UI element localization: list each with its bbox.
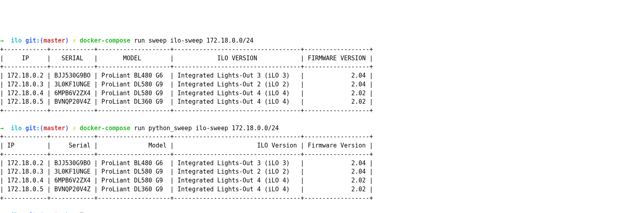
prompt-line-1: → ilo git:(master) ✗ docker-compose run … bbox=[0, 37, 253, 44]
cwd: ilo bbox=[11, 37, 22, 44]
table-border: +------------+------------+-------------… bbox=[0, 195, 373, 202]
git-branch: master bbox=[43, 125, 65, 132]
dirty-icon: ✗ bbox=[73, 125, 76, 132]
terminal-output[interactable]: → ilo git:(master) ✗ docker-compose run … bbox=[0, 37, 644, 213]
cwd: ilo bbox=[11, 125, 22, 132]
table-row: | 172.18.0.3 | 3L0KF1UNGE | ProLiant DL5… bbox=[0, 168, 373, 175]
table-border: +------------+------------+-------------… bbox=[0, 63, 373, 70]
table-header: | IP | SERIAL | MODEL | ILO VERSION | FI… bbox=[0, 55, 373, 62]
git-label: git:( bbox=[25, 37, 43, 44]
table-border: +------------+------------+-------------… bbox=[0, 133, 373, 140]
prompt-line-2: → ilo git:(master) ✗ docker-compose run … bbox=[0, 125, 279, 132]
table-row: | 172.18.0.4 | 6MPB6V2ZX4 | ProLiant DL5… bbox=[0, 90, 373, 97]
command: docker-compose bbox=[80, 125, 130, 132]
git-label: git:( bbox=[25, 125, 43, 132]
table-border: +------------+------------+-------------… bbox=[0, 107, 373, 114]
table-row: | 172.18.0.4 | 6MPB6V2ZX4 | ProLiant DL5… bbox=[0, 177, 373, 184]
table-border: +------------+------------+-------------… bbox=[0, 46, 373, 53]
table-row: | 172.18.0.5 | BVNQP20V4Z | ProLiant DL3… bbox=[0, 186, 373, 193]
table-row: | 172.18.0.2 | BJJ530G9BO | ProLiant BL4… bbox=[0, 160, 373, 167]
git-branch: master bbox=[43, 37, 65, 44]
git-close: ) bbox=[65, 37, 69, 44]
table-row: | 172.18.0.2 | BJJ530G9BO | ProLiant BL4… bbox=[0, 72, 373, 79]
arrow-icon: → bbox=[0, 37, 4, 44]
arrow-icon: → bbox=[0, 125, 4, 132]
git-close: ) bbox=[65, 125, 69, 132]
table-row: | 172.18.0.5 | BVNQP20V4Z | ProLiant DL3… bbox=[0, 98, 373, 105]
command-args: run sweep ilo-sweep 172.18.0.0/24 bbox=[134, 37, 253, 44]
table-row: | 172.18.0.3 | 3L0KF1UNGE | ProLiant DL5… bbox=[0, 81, 373, 88]
command-args: run python_sweep ilo-sweep 172.18.0.0/24 bbox=[134, 125, 279, 132]
command: docker-compose bbox=[80, 37, 130, 44]
table-border: +------------+------------+-------------… bbox=[0, 151, 373, 158]
table-header: | IP | Serial | Model | ILO Version | Fi… bbox=[0, 142, 373, 149]
dirty-icon: ✗ bbox=[73, 37, 76, 44]
